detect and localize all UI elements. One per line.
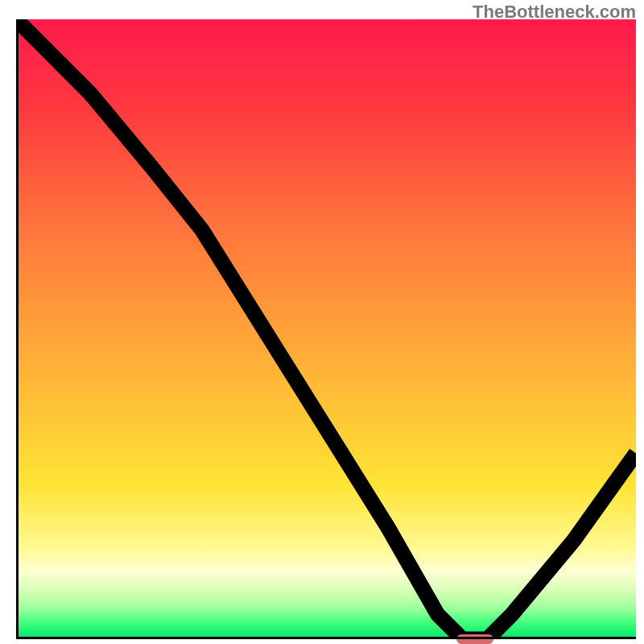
optimum-marker: [456, 634, 493, 644]
bottleneck-curve: [16, 19, 636, 639]
plot-area: [16, 19, 636, 639]
watermark-text: TheBottleneck.com: [473, 2, 636, 23]
chart-container: TheBottleneck.com: [0, 0, 644, 644]
curve-path: [16, 19, 636, 639]
